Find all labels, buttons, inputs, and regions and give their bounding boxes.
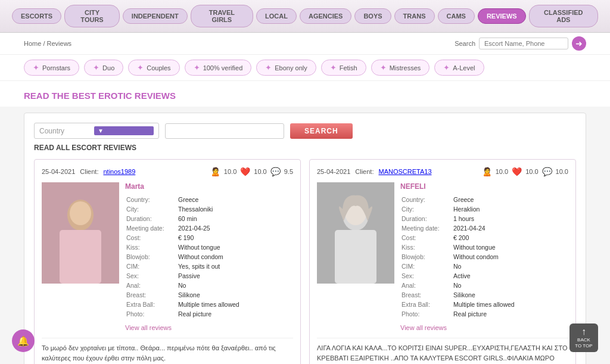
review-ratings-1: 🙎 10.0 ❤️ 10.0 💬 9.5 xyxy=(210,167,293,176)
nav-agencies[interactable]: AGENCIES xyxy=(300,8,351,24)
notification-bell[interactable]: 🔔 xyxy=(12,329,35,352)
face-icon-2: 🙎 xyxy=(482,167,492,176)
detail-label: Extra Ball: xyxy=(126,300,177,309)
nav-cams[interactable]: CAMS xyxy=(438,8,475,24)
filter-tag-label: A-Level xyxy=(453,64,475,71)
detail-label: Extra Ball: xyxy=(402,300,452,309)
detail-value: Multiple times allowed xyxy=(453,300,567,309)
filter-tag-ebony[interactable]: ✦ Ebony only xyxy=(256,60,316,76)
detail-value: Silikone xyxy=(178,291,292,299)
detail-table-2: Country:Greece City:Heraklion Duration:1… xyxy=(400,194,568,319)
detail-value: Greece xyxy=(453,195,567,204)
breadcrumb-home-link[interactable]: Home xyxy=(24,40,41,47)
detail-value: Multiple times allowed xyxy=(178,300,292,309)
face-icon-1: 🙎 xyxy=(210,167,220,176)
escort-details-2: NEFELI Country:Greece City:Heraklion Dur… xyxy=(400,182,568,332)
search-arrow-button[interactable]: ➜ xyxy=(572,36,586,51)
star-icon: ✦ xyxy=(330,63,337,72)
review-client-name-2: MANOSCRETA13 xyxy=(378,168,431,175)
detail-label: Sex: xyxy=(402,272,452,280)
nav-travel-girls[interactable]: TRAVEL GIRLS xyxy=(191,5,253,27)
detail-label: Breast: xyxy=(126,291,177,299)
filter-tag-verified[interactable]: ✦ 100% verified xyxy=(185,60,252,76)
detail-label: Meeting date: xyxy=(126,224,177,232)
nav-classified-ads[interactable]: CLASSIFIED ADS xyxy=(529,5,598,27)
svg-rect-6 xyxy=(335,230,376,284)
filter-tag-mistresses[interactable]: ✦ Mistresses xyxy=(371,60,430,76)
detail-value: Without tongue xyxy=(178,243,292,251)
escort-photo-marta xyxy=(42,182,119,284)
detail-value: Real picture xyxy=(178,310,292,318)
detail-value: € 190 xyxy=(178,234,292,242)
back-to-top-arrow-icon: ↑ xyxy=(581,326,586,337)
view-all-link-2[interactable]: View all reviews xyxy=(400,324,447,331)
dropdown-arrow-icon[interactable]: ▼ xyxy=(94,126,154,135)
review-body-2: NEFELI Country:Greece City:Heraklion Dur… xyxy=(317,182,568,332)
breadcrumb-bar: Home / Reviews Search ➜ xyxy=(0,33,610,55)
detail-value: No xyxy=(178,281,292,290)
detail-label: Meeting date: xyxy=(402,224,452,232)
star-icon: ✦ xyxy=(33,63,39,72)
detail-value: Real picture xyxy=(453,310,567,318)
nav-city-tours[interactable]: CITY TOURS xyxy=(64,5,120,27)
filter-tag-fetish[interactable]: ✦ Fetish xyxy=(321,60,366,76)
detail-value: Active xyxy=(453,272,567,280)
escort-name-1: Marta xyxy=(125,182,293,191)
client-link-1[interactable]: ntinos1989 xyxy=(103,168,135,175)
detail-label: Cost: xyxy=(402,234,452,242)
search-label: Search xyxy=(455,40,475,47)
filter-tag-duo[interactable]: ✦ Duo xyxy=(84,60,123,76)
star-icon: ✦ xyxy=(265,63,272,72)
filter-bar: ✦ Pornstars ✦ Duo ✦ Couples ✦ 100% verif… xyxy=(0,55,610,81)
nav-boys[interactable]: BOYS xyxy=(354,8,391,24)
main-content: Country ▼ SEARCH READ ALL ESCORT REVIEWS… xyxy=(0,107,610,364)
filter-tag-label: Fetish xyxy=(340,64,357,71)
back-to-top[interactable]: ↑ BACKTO TOP xyxy=(569,323,598,352)
chat-rating-2: 10.0 xyxy=(556,168,568,175)
nav-escorts[interactable]: ESCORTS xyxy=(12,8,61,24)
detail-label: Kiss: xyxy=(402,243,452,251)
client-link-2[interactable]: MANOSCRETA13 xyxy=(378,168,431,175)
review-card-1: 25-04-2021 Client: ntinos1989 🙎 10.0 ❤️ … xyxy=(34,159,301,364)
filter-tag-couples[interactable]: ✦ Couples xyxy=(128,60,179,76)
bell-icon: 🔔 xyxy=(17,335,29,347)
detail-value: Silikone xyxy=(453,291,567,299)
detail-value: Without condom xyxy=(178,253,292,261)
page-title: READ THE BEST EROTIC REVIEWS xyxy=(0,81,610,107)
filter-tag-alevel[interactable]: ✦ A-Level xyxy=(434,60,484,76)
star-icon: ✦ xyxy=(93,63,99,72)
nav-independent[interactable]: INDEPENDENT xyxy=(123,8,188,24)
heart-icon-2: ❤️ xyxy=(512,167,522,176)
filter-tag-label: 100% verified xyxy=(203,64,243,71)
nav-local[interactable]: LOCAL xyxy=(256,8,297,24)
header-search: Search ➜ xyxy=(455,36,586,51)
search-filter-box: Country ▼ SEARCH READ ALL ESCORT REVIEWS… xyxy=(24,113,586,364)
detail-label: Breast: xyxy=(402,291,452,299)
view-all-link-1[interactable]: View all reviews xyxy=(125,324,172,331)
detail-label: City: xyxy=(402,205,452,213)
nav-reviews[interactable]: REVIEWS xyxy=(478,8,526,24)
chat-icon-2: 💬 xyxy=(542,167,552,176)
breadcrumb-current: Reviews xyxy=(47,40,72,47)
detail-label: Anal: xyxy=(126,281,177,290)
detail-label: Kiss: xyxy=(126,243,177,251)
filter-tag-label: Couples xyxy=(147,64,170,71)
search-input[interactable] xyxy=(479,38,568,49)
review-client-name-1: ntinos1989 xyxy=(103,168,135,175)
search-button[interactable]: SEARCH xyxy=(290,123,353,139)
filter-tag-pornstars[interactable]: ✦ Pornstars xyxy=(24,60,79,76)
nav-trans[interactable]: TRANS xyxy=(394,8,435,24)
star-icon: ✦ xyxy=(443,63,450,72)
detail-value: No xyxy=(453,262,567,270)
escort-details-1: Marta Country:Greece City:Thessaloniki D… xyxy=(125,182,293,332)
filter-tag-label: Duo xyxy=(102,64,114,71)
detail-label: Sex: xyxy=(126,272,177,280)
escort-name-2: NEFELI xyxy=(400,182,568,191)
detail-value: Yes, spits it out xyxy=(178,262,292,270)
detail-value: Greece xyxy=(178,195,292,204)
detail-value: 2021-04-24 xyxy=(453,224,567,232)
review-ratings-2: 🙎 10.0 ❤️ 10.0 💬 10.0 xyxy=(482,167,568,176)
country-select[interactable]: Country ▼ xyxy=(34,123,159,139)
city-input[interactable] xyxy=(165,123,284,139)
filter-row: Country ▼ SEARCH xyxy=(34,123,576,139)
